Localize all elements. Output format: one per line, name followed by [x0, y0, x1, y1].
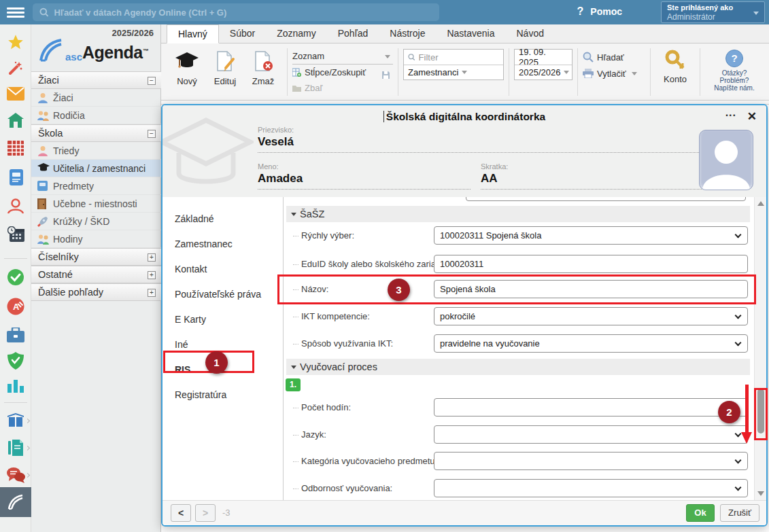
- next-record-button[interactable]: >: [195, 504, 216, 522]
- name-field[interactable]: Meno: Amadea: [258, 162, 471, 190]
- global-search-input[interactable]: [54, 7, 432, 18]
- support-button[interactable]: ? Otázky? Problém? Napíšte nám.: [705, 47, 764, 100]
- scroll-up-icon[interactable]: [757, 201, 764, 206]
- shield-check-icon[interactable]: [0, 351, 31, 371]
- list-dropdown[interactable]: Zoznam: [292, 49, 393, 65]
- avatar[interactable]: [699, 130, 753, 190]
- columns-group-button[interactable]: Stĺpce/Zoskupiť: [292, 65, 393, 80]
- tab-pohlad[interactable]: Pohľad: [327, 24, 379, 43]
- bar-chart-icon[interactable]: [0, 375, 31, 395]
- kategoria-dropdown[interactable]: [434, 452, 748, 470]
- dialog-nav-ekarty[interactable]: E Karty: [163, 307, 283, 332]
- filter-input-row[interactable]: [404, 50, 503, 65]
- dialog-nav-registratura[interactable]: Registratúra: [163, 383, 283, 408]
- tab-nastavenia[interactable]: Nastavenia: [436, 24, 505, 43]
- mail-envelope-icon[interactable]: [0, 84, 31, 104]
- cancel-button[interactable]: Zrušiť: [720, 504, 759, 522]
- save-icon[interactable]: [381, 71, 390, 79]
- grading-icon[interactable]: A: [0, 296, 31, 317]
- sidebar-item-ucebne[interactable]: Učebne - miestnosti: [31, 195, 161, 213]
- expand-toggle-icon[interactable]: +: [148, 253, 156, 262]
- odbornost-dropdown[interactable]: [434, 479, 748, 497]
- entity-dropdown[interactable]: Zamestnanci: [404, 65, 503, 79]
- print-button[interactable]: Vytlačiť: [583, 65, 645, 82]
- account-dropdown[interactable]: Ste prihlásený ako Administrátor: [661, 1, 765, 23]
- section-vyucovaci-proces[interactable]: Vyučovací proces: [286, 359, 750, 375]
- prev-record-button[interactable]: <: [171, 504, 191, 522]
- sidebar-item-ucitelia[interactable]: Učitelia / zamestnanci: [31, 160, 161, 177]
- dialog-nav-prava[interactable]: Používateľské práva: [163, 282, 283, 307]
- sidebar-item-hodiny[interactable]: Hodiny: [31, 230, 161, 248]
- section-sasz[interactable]: ŠaŠZ: [286, 206, 750, 222]
- odbornost-label: Odbornosť vyučovania:: [293, 479, 392, 497]
- account-button[interactable]: Konto: [655, 47, 695, 100]
- sidebar-item-kruzky[interactable]: Krúžky / ŠKD: [31, 213, 161, 230]
- surname-field[interactable]: Priezvisko: Veselá: [258, 126, 708, 153]
- filter-input[interactable]: [419, 52, 499, 63]
- briefcase-icon[interactable]: [0, 325, 31, 345]
- collapse-button[interactable]: Zbaľ: [292, 80, 393, 96]
- sidebar-item-rodicia[interactable]: Rodičia: [31, 107, 161, 124]
- sidebar-item-triedy[interactable]: Triedy: [31, 142, 161, 160]
- new-button[interactable]: Nový: [168, 47, 206, 100]
- dialog-nav-ris[interactable]: RIS: [163, 357, 283, 383]
- expand-toggle-icon[interactable]: +: [148, 289, 156, 297]
- home-icon[interactable]: [0, 110, 31, 130]
- tab-nastroje[interactable]: Nástroje: [379, 24, 436, 43]
- dialog-nav-zamestnanec[interactable]: Zamestnanec: [163, 232, 283, 257]
- sposob-ikt-dropdown[interactable]: pravidelne na vyučovanie: [434, 334, 748, 353]
- collapse-toggle-icon[interactable]: −: [148, 77, 156, 85]
- jazyk-dropdown[interactable]: [434, 425, 748, 444]
- close-icon[interactable]: ✕: [747, 109, 757, 124]
- magic-wand-icon[interactable]: [0, 58, 31, 78]
- sidebar-section-ostatne[interactable]: Ostatné+: [31, 266, 161, 283]
- collapse-toggle-icon[interactable]: −: [148, 130, 156, 138]
- global-search[interactable]: [33, 3, 439, 21]
- abbreviation-field[interactable]: Skratka: AA: [481, 162, 708, 190]
- hamburger-menu-icon[interactable]: [7, 5, 24, 19]
- tab-zoznamy[interactable]: Zoznamy: [266, 24, 327, 43]
- ikt-kompetencie-dropdown[interactable]: pokročilé: [434, 307, 748, 325]
- pocet-hodin-input[interactable]: [434, 398, 748, 416]
- dialog-nav-ine[interactable]: Iné: [163, 332, 283, 357]
- partial-input[interactable]: [466, 197, 746, 201]
- dialog-scrollbar[interactable]: [754, 197, 766, 500]
- expand-toggle-icon[interactable]: +: [148, 271, 156, 279]
- agenda-pencil-icon-active[interactable]: [0, 487, 31, 517]
- more-options-button[interactable]: ...: [725, 107, 736, 119]
- documents-icon[interactable]: [0, 438, 31, 458]
- tab-subor[interactable]: Súbor: [219, 24, 266, 43]
- sidebar-section-ciselniky[interactable]: Číselníky+: [31, 248, 161, 266]
- sidebar-item-ziaci[interactable]: Žiaci: [31, 89, 161, 107]
- scrollbar-thumb[interactable]: [757, 389, 764, 433]
- sidebar-section-ziaci[interactable]: Žiaci−: [31, 71, 161, 89]
- person-outline-icon[interactable]: [0, 196, 31, 216]
- check-circle-icon[interactable]: [0, 267, 31, 287]
- delete-button[interactable]: Zmaž: [244, 47, 282, 100]
- columns-icon: [292, 68, 301, 77]
- notebook-icon[interactable]: [0, 167, 31, 188]
- ok-button[interactable]: Ok: [686, 504, 715, 522]
- nazov-input[interactable]: [434, 280, 748, 298]
- tab-navod[interactable]: Návod: [506, 24, 555, 43]
- edit-button[interactable]: Edituj: [206, 47, 244, 100]
- tab-hlavny[interactable]: Hlavný: [167, 24, 219, 43]
- dialog-nav-zakladne[interactable]: Základné: [163, 207, 283, 232]
- timetable-grid-icon[interactable]: [0, 138, 31, 158]
- asc-agenda-logo[interactable]: ascAgenda™: [38, 38, 149, 63]
- favorites-star-icon[interactable]: [0, 32, 31, 52]
- sidebar-item-predmety[interactable]: Predmety: [31, 177, 161, 195]
- sidebar-section-dalsie[interactable]: Ďalšie pohľady+: [31, 283, 161, 301]
- quick-select-dropdown[interactable]: 100020311 Spojená škola: [434, 226, 748, 245]
- dialog-nav-kontakt[interactable]: Kontakt: [163, 257, 283, 282]
- date-field[interactable]: 19. 09. 2025: [515, 50, 572, 65]
- calendar-clock-icon[interactable]: [0, 224, 31, 244]
- sidebar-section-skola[interactable]: Škola−: [31, 124, 161, 142]
- eduid-input[interactable]: [434, 255, 748, 273]
- find-button[interactable]: Hľadať: [583, 49, 645, 65]
- scroll-down-icon[interactable]: [757, 491, 764, 496]
- help-menu[interactable]: ? Pomoc: [577, 5, 622, 18]
- chat-bubbles-icon[interactable]: [0, 465, 31, 485]
- library-book-icon[interactable]: [0, 410, 31, 431]
- school-year-dropdown[interactable]: 2025/2026: [515, 65, 572, 79]
